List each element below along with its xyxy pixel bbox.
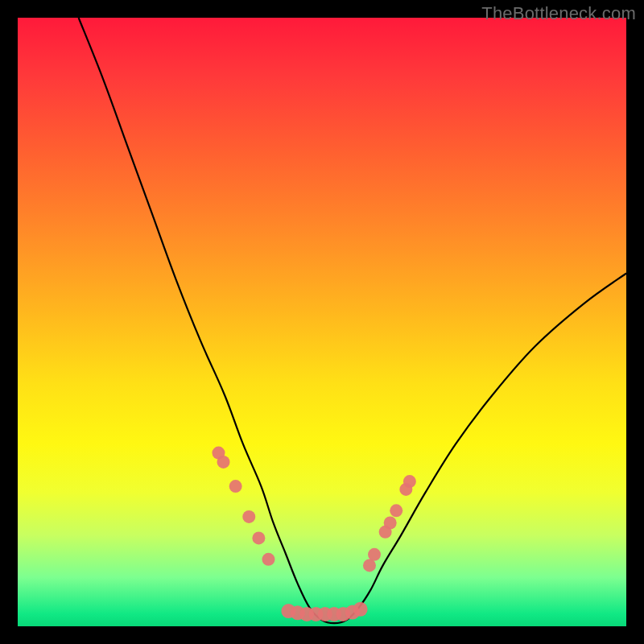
data-marker — [217, 456, 230, 469]
data-marker — [252, 531, 265, 544]
data-marker — [368, 548, 381, 561]
data-marker — [262, 553, 275, 566]
data-marker — [353, 602, 368, 617]
data-marker — [229, 480, 242, 493]
data-marker — [363, 559, 376, 572]
chart-frame: TheBottleneck.com — [0, 0, 644, 644]
data-marker — [242, 510, 255, 523]
bottleneck-curve — [79, 18, 626, 623]
chart-overlay — [18, 18, 626, 626]
data-marker — [403, 475, 416, 488]
data-marker — [390, 504, 402, 517]
data-marker — [384, 516, 397, 529]
marker-group — [212, 447, 415, 621]
